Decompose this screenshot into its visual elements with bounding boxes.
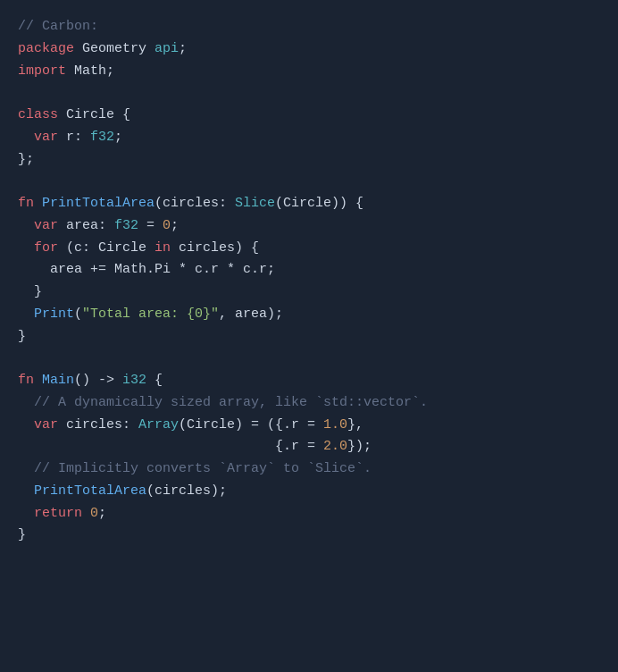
kw-var-3: var [34, 417, 58, 433]
code-line-5: class Circle { [18, 105, 600, 127]
num-0-1: 0 [163, 218, 171, 233]
kw-class: class [18, 107, 58, 122]
code-line-16 [18, 348, 600, 370]
type-i32: i32 [122, 373, 146, 388]
comment-implicit: // Implicitly converts `Array` to `Slice… [18, 461, 372, 476]
code-line-19: var circles: Array(Circle) = ({.r = 1.0}… [18, 415, 600, 437]
str-total-area: "Total area: {0}" [82, 307, 219, 322]
code-line-1: // Carbon: [18, 16, 600, 38]
kw-for: for [34, 240, 58, 256]
type-f32-1: f32 [90, 130, 114, 145]
code-line-18: // A dynamically sized array, like `std:… [18, 392, 600, 415]
code-line-7: }; [18, 149, 600, 172]
code-line-2: package Geometry api; [18, 38, 600, 61]
kw-var-1: var [34, 130, 58, 145]
code-line-14: Print("Total area: {0}", area); [18, 304, 600, 326]
code-line-12: area += Math.Pi * c.r * c.r; [18, 259, 600, 281]
code-line-24: } [18, 525, 600, 547]
type-api: api [154, 41, 179, 56]
code-line-20: {.r = 2.0}); [18, 436, 600, 458]
code-line-3: import Math; [18, 61, 600, 83]
kw-package: package [18, 41, 74, 56]
num-1-0: 1.0 [323, 417, 347, 433]
comment-dynamic: // A dynamically sized array, like `std:… [18, 395, 428, 410]
type-slice: Slice [235, 196, 275, 211]
code-line-9: fn PrintTotalArea(circles: Slice(Circle)… [18, 193, 600, 215]
fn-print: Print [34, 307, 74, 322]
code-line-17: fn Main() -> i32 { [18, 370, 600, 392]
num-0-2: 0 [90, 506, 98, 521]
kw-import: import [18, 63, 66, 79]
kw-return: return [34, 506, 82, 521]
code-line-8 [18, 171, 600, 193]
code-line-15: } [18, 326, 600, 349]
kw-in: in [154, 240, 171, 256]
num-2-0: 2.0 [323, 439, 347, 454]
kw-var-2: var [34, 218, 58, 233]
type-f32-2: f32 [114, 218, 138, 233]
code-line-13: } [18, 281, 600, 304]
type-array: Array [138, 417, 179, 433]
kw-fn-1: fn [18, 196, 34, 211]
code-block: // Carbon: package Geometry api; import … [0, 0, 618, 672]
fn-main: Main [42, 373, 74, 388]
comment-carbon: // Carbon: [18, 19, 98, 34]
code-line-10: var area: f32 = 0; [18, 215, 600, 238]
code-line-21: // Implicitly converts `Array` to `Slice… [18, 458, 600, 481]
code-line-22: PrintTotalArea(circles); [18, 481, 600, 503]
code-line-4 [18, 82, 600, 105]
code-line-11: for (c: Circle in circles) { [18, 238, 600, 260]
code-line-23: return 0; [18, 503, 600, 525]
code-line-6: var r: f32; [18, 127, 600, 149]
fn-printtotalarea: PrintTotalArea [42, 196, 154, 211]
kw-fn-2: fn [18, 373, 34, 388]
fn-call-printtotalarea: PrintTotalArea [34, 483, 146, 499]
